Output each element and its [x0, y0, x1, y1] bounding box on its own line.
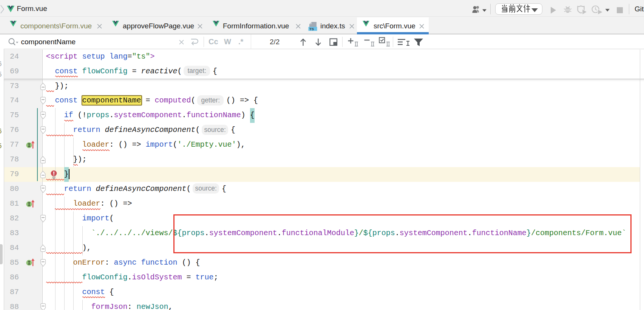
svg-text:TS: TS	[309, 27, 314, 31]
